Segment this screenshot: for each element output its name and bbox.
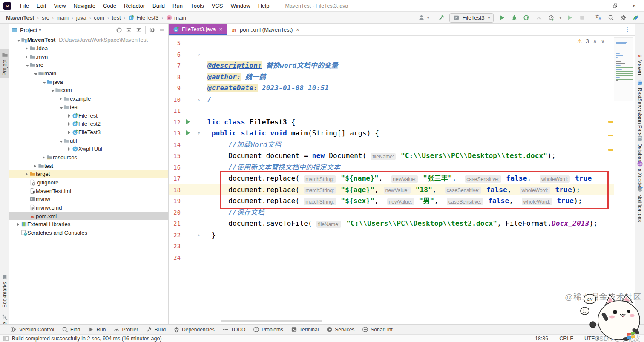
tree-item-com[interactable]: com (9, 86, 168, 95)
tree-item--idea[interactable]: .idea (9, 44, 168, 53)
status-panel-icon[interactable] (3, 336, 9, 341)
code-editor[interactable]: 56▿7@description: 替换word文档中的变量8@author: … (169, 36, 614, 324)
expand-all-button[interactable] (126, 27, 132, 33)
code-line-20[interactable]: 20 //保存文档 (169, 207, 614, 218)
gutter-line-7[interactable]: 7 (169, 60, 207, 72)
gutter-line-24[interactable]: 24 (169, 252, 207, 264)
code-line-19[interactable]: 19 document.replace( matchString: "${sex… (169, 195, 614, 207)
breadcrumb-item-main[interactable]: mmain (164, 14, 188, 21)
tree-item--mvn[interactable]: .mvn (9, 52, 168, 61)
tree-item-example[interactable]: example (9, 95, 168, 103)
restore-button[interactable] (605, 0, 624, 12)
tree-item-mvnw-cmd[interactable]: mvnw.cmd (9, 204, 168, 212)
gutter-line-14[interactable]: 14 (169, 139, 207, 151)
chevron-right-icon[interactable] (68, 112, 72, 119)
fold-close-icon[interactable]: ▵ (195, 94, 203, 106)
line-number[interactable]: 18 (169, 184, 181, 196)
chevron-down-icon[interactable] (26, 62, 29, 68)
toolwindow-run[interactable]: Run (85, 325, 109, 333)
line-number[interactable]: 13 (169, 128, 181, 139)
code-line-8[interactable]: 8@author: 魏一鹤 (169, 72, 614, 83)
code-line-5[interactable]: 5 (169, 37, 614, 49)
code-line-16[interactable]: 16 //使用新文本替换文档中的指定文本 (169, 162, 614, 173)
code-line-23[interactable]: 23 (169, 241, 614, 252)
tree-item-target[interactable]: target (9, 170, 168, 178)
breadcrumb-item-test[interactable]: test (110, 14, 123, 21)
line-number[interactable]: 14 (169, 139, 181, 151)
close-icon[interactable]: × (219, 26, 222, 32)
line-number[interactable]: 12 (169, 117, 181, 128)
coverage-button[interactable] (522, 14, 531, 22)
menu-vcs[interactable]: VCS (208, 0, 227, 12)
chevron-right-icon[interactable] (17, 221, 21, 227)
line-number[interactable]: 22 (169, 230, 181, 241)
toolwindow-find[interactable]: Find (59, 325, 83, 333)
code-line-10[interactable]: 10▵/ (169, 94, 614, 106)
line-number[interactable]: 24 (169, 252, 181, 264)
translate-button[interactable]: 文A (594, 14, 603, 22)
code-line-12[interactable]: 12lic class FileTest3 { (169, 117, 614, 128)
line-number[interactable]: 11 (169, 105, 181, 117)
breadcrumb-item-maventest[interactable]: MavenTest (4, 14, 36, 21)
menu-view[interactable]: View (50, 0, 69, 12)
line-number[interactable]: 21 (169, 218, 181, 230)
gutter-line-22[interactable]: 22▵ (169, 230, 207, 241)
line-number[interactable]: 20 (169, 207, 181, 218)
chevron-right-icon[interactable] (68, 121, 72, 127)
chevron-right-icon[interactable] (60, 95, 63, 102)
menu-help[interactable]: Help (254, 0, 273, 12)
tree-item-test[interactable]: test (9, 103, 168, 112)
tab-options-icon[interactable]: ⋮ (620, 24, 635, 35)
gutter-line-18[interactable]: 18 (169, 184, 207, 196)
chevron-down-icon[interactable] (34, 70, 38, 77)
menu-navigate[interactable]: Navigate (70, 0, 99, 12)
line-number[interactable]: 10 (169, 94, 181, 106)
gutter-line-11[interactable]: 11 (169, 105, 207, 117)
play-button[interactable] (565, 14, 574, 22)
gutter-line-19[interactable]: 19 (169, 195, 207, 207)
next-warning-icon[interactable]: ∨ (601, 38, 605, 44)
chevron-right-icon[interactable] (26, 54, 29, 60)
line-number[interactable]: 15 (169, 150, 181, 162)
toolwindow-build[interactable]: Build (143, 325, 169, 333)
menu-code[interactable]: Code (99, 0, 120, 12)
tree-item-maventest[interactable]: MavenTestD:\Java\JavaWorkSpace\MavenTest (9, 36, 168, 44)
chevron-right-icon[interactable] (26, 45, 29, 52)
toolwindow-profiler[interactable]: Profiler (110, 325, 141, 333)
gutter-line-6[interactable]: 6▿ (169, 49, 207, 60)
code-line-9[interactable]: 9@createDate: 2023-01-08 10:51 (169, 83, 614, 94)
person-button[interactable] (417, 14, 426, 22)
chevron-down-icon[interactable] (60, 138, 63, 144)
tree-item-filetest[interactable]: CFileTest (9, 111, 168, 120)
line-number[interactable]: 6 (169, 49, 181, 60)
tree-item-maventest-iml[interactable]: MavenTest.iml (9, 187, 168, 195)
stripe-tab-maven[interactable]: mMaven (635, 49, 644, 77)
code-line-13[interactable]: 13▿ public static void main(String[] arg… (169, 128, 614, 139)
tree-item-filetest2[interactable]: CFileTest2 (9, 120, 168, 128)
line-number[interactable]: 23 (169, 241, 181, 252)
line-number[interactable]: 7 (169, 60, 181, 72)
code-line-15[interactable]: 15 Document document = new Document( fil… (169, 150, 614, 162)
code-line-6[interactable]: 6▿ (169, 49, 614, 60)
error-stripe[interactable] (608, 36, 614, 324)
minimize-button[interactable]: – (585, 0, 605, 12)
menu-edit[interactable]: Edit (33, 0, 50, 12)
status-widget-18-36[interactable]: 18:36 (535, 336, 548, 342)
plugin-swirl-button[interactable] (631, 14, 640, 22)
toolwindow-sonarlint[interactable]: SonarLint (359, 325, 395, 333)
inspection-widget[interactable]: ⚠ 3 ∧ ∨ (575, 37, 607, 45)
gutter-line-13[interactable]: 13▿ (169, 128, 207, 139)
prev-warning-icon[interactable]: ∧ (593, 38, 597, 44)
run-configuration-select[interactable]: FileTest3▾ (449, 13, 494, 23)
toolwindow-dependencies[interactable]: Dependencies (170, 325, 218, 333)
gutter-line-20[interactable]: 20 (169, 207, 207, 218)
editor-tab-filetest3.java[interactable]: CFileTest3.java× (169, 24, 227, 35)
menu-tools[interactable]: Tools (187, 0, 208, 12)
chevron-right-icon[interactable] (34, 163, 38, 169)
chevron-down-icon[interactable] (51, 87, 55, 93)
fold-open-icon[interactable]: ▿ (195, 128, 203, 139)
gutter-line-10[interactable]: 10▵ (169, 94, 207, 106)
menu-run[interactable]: Run (169, 0, 187, 12)
chevron-down-icon[interactable] (60, 104, 63, 110)
gear-button[interactable] (149, 27, 155, 33)
